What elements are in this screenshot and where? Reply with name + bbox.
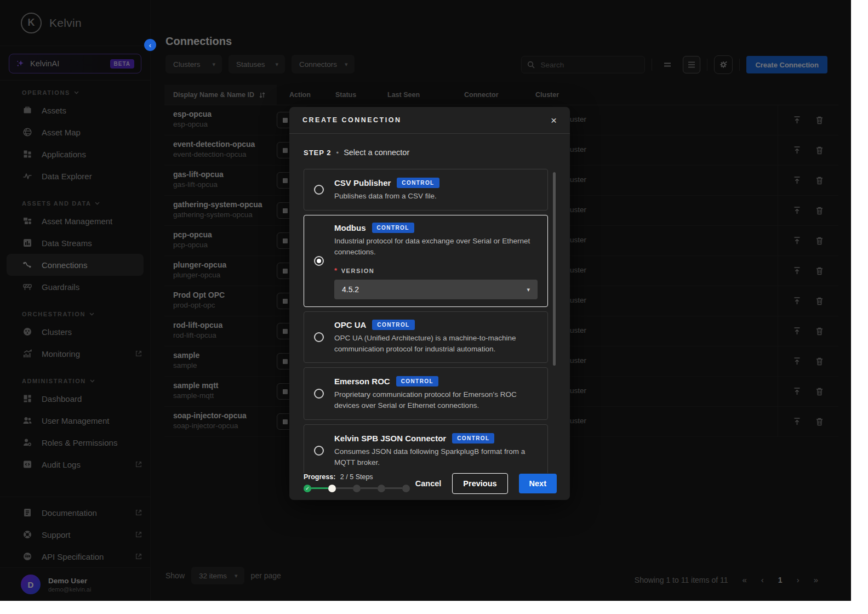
next-button[interactable]: Next (519, 474, 557, 493)
control-badge: CONTROL (396, 376, 438, 386)
control-badge: CONTROL (397, 178, 439, 188)
connector-name: Modbus (334, 223, 366, 232)
step-indicator: STEP 2 • Select a connector (304, 148, 557, 157)
step-connector (385, 487, 402, 489)
radio-unselected-icon[interactable] (314, 332, 324, 342)
previous-button[interactable]: Previous (452, 473, 507, 494)
close-icon[interactable]: × (551, 115, 557, 126)
step-done-icon: ✓ (304, 485, 311, 492)
connector-name: Emerson ROC (334, 377, 390, 386)
step-connector (311, 487, 328, 489)
connector-name: OPC UA (334, 320, 366, 329)
required-marker: * (334, 266, 338, 275)
app-window: K Kelvin KelvinAI BETA OPERATIONS Assets… (0, 0, 851, 601)
step-upcoming-icon (378, 485, 385, 492)
progress-indicator: Progress: 2 / 5 Steps ✓ (304, 473, 410, 492)
step-current-icon (328, 485, 336, 492)
modal-body: STEP 2 • Select a connector CSV Publishe… (289, 134, 570, 473)
radio-selected-icon[interactable] (314, 256, 324, 266)
progress-value: 2 / 5 Steps (340, 473, 373, 481)
step-description: Select a connector (344, 148, 409, 157)
step-label: STEP 2 (304, 149, 332, 157)
connector-option-modbus[interactable]: Modbus CONTROL Industrial protocol for d… (304, 215, 548, 307)
connector-options-list: CSV Publisher CONTROL Publishes data fro… (304, 169, 557, 473)
control-badge: CONTROL (372, 223, 414, 233)
connector-description: OPC UA (Unified Architecture) is a machi… (334, 333, 538, 355)
progress-label: Progress: (304, 473, 335, 481)
cancel-button[interactable]: Cancel (415, 479, 442, 488)
step-separator: • (336, 149, 339, 157)
connector-option-emerson-roc[interactable]: Emerson ROC CONTROL Proprietary communic… (304, 367, 548, 420)
step-connector (361, 487, 378, 489)
version-value: 4.5.2 (342, 285, 359, 294)
step-upcoming-icon (353, 485, 361, 492)
control-badge: CONTROL (372, 320, 414, 330)
create-connection-modal: CREATE CONNECTION × STEP 2 • Select a co… (289, 107, 570, 500)
chevron-down-icon: ▾ (527, 286, 530, 293)
version-select[interactable]: 4.5.2 ▾ (334, 280, 538, 299)
version-label: VERSION (341, 268, 375, 274)
connector-name: Kelvin SPB JSON Connector (334, 434, 446, 443)
connector-description: Industrial protocol for data exchange ov… (334, 236, 538, 258)
step-progress-bar: ✓ (304, 485, 410, 492)
radio-unselected-icon[interactable] (314, 185, 324, 195)
connector-option-kelvin-spb-json[interactable]: Kelvin SPB JSON Connector CONTROL Consum… (304, 424, 548, 473)
modal-footer: Progress: 2 / 5 Steps ✓ Cancel Prev (289, 467, 570, 500)
scrollbar-thumb[interactable] (553, 172, 556, 366)
connector-description: Consumes JSON data following SparkplugB … (334, 446, 538, 469)
sidebar-collapse-button[interactable]: ‹ (144, 39, 156, 51)
radio-unselected-icon[interactable] (314, 446, 324, 456)
connector-option-opc-ua[interactable]: OPC UA CONTROL OPC UA (Unified Architect… (304, 311, 548, 363)
connector-description: Publishes data from a CSV file. (334, 191, 538, 202)
modal-title: CREATE CONNECTION (302, 116, 401, 124)
step-connector (336, 487, 353, 489)
modal-header: CREATE CONNECTION × (289, 107, 570, 134)
chevron-left-icon: ‹ (149, 41, 151, 49)
connector-description: Proprietary communication protocol for E… (334, 389, 538, 412)
connector-name: CSV Publisher (334, 178, 391, 187)
step-upcoming-icon (402, 485, 410, 492)
radio-unselected-icon[interactable] (314, 389, 324, 399)
connector-option-csv-publisher[interactable]: CSV Publisher CONTROL Publishes data fro… (304, 169, 548, 211)
control-badge: CONTROL (452, 433, 494, 444)
